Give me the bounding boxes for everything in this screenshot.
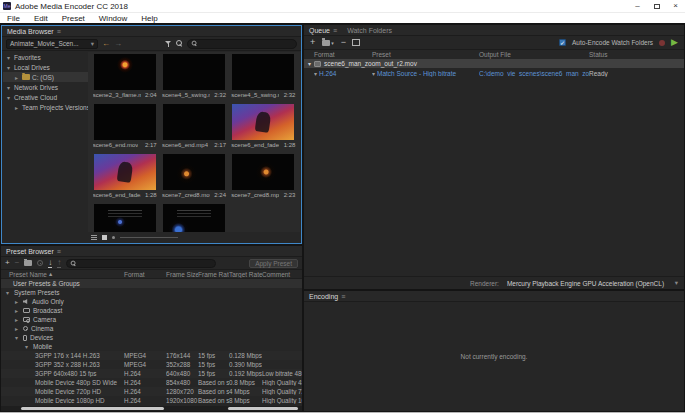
chevron-down-icon[interactable]	[372, 70, 375, 77]
col-target-rate[interactable]: Target Rate	[229, 271, 262, 278]
panel-menu-icon[interactable]	[57, 248, 61, 255]
new-group-icon[interactable]	[24, 260, 32, 266]
preset-row[interactable]: Mobile Device 480p SD Wide H.264 854x480…	[1, 378, 302, 387]
media-item[interactable]	[90, 204, 159, 232]
menu-window[interactable]: Window	[92, 14, 134, 23]
preset-category-audio-only[interactable]: Audio Only	[1, 297, 302, 306]
col-frame-rate[interactable]: Frame Rate	[198, 271, 229, 278]
tree-item-team-projects[interactable]: Team Projects Versions	[3, 102, 88, 112]
chevron-down-icon[interactable]	[6, 289, 11, 296]
chevron-right-icon[interactable]	[15, 307, 20, 314]
start-queue-button[interactable]	[671, 38, 678, 47]
stop-queue-button[interactable]	[659, 40, 665, 46]
queue-source-row[interactable]: scene6_man_zoom_out_r2.mov	[304, 59, 684, 68]
tab-media-browser[interactable]: Media Browser	[2, 26, 66, 37]
col-format[interactable]: Format	[124, 271, 166, 278]
preset-category-cinema[interactable]: Cinema	[1, 324, 302, 333]
tab-queue[interactable]: Queue	[304, 25, 342, 36]
job-preset-link[interactable]: Match Source - High bitrate	[377, 70, 456, 77]
close-button[interactable]: ×	[666, 0, 685, 12]
preset-row[interactable]: 3GPP 640x480 15 fps H.264 640x480 15 fps…	[1, 369, 302, 378]
panel-menu-icon[interactable]	[57, 28, 61, 35]
tree-item-network-drives[interactable]: Network Drives	[3, 82, 88, 92]
panel-menu-icon[interactable]	[341, 293, 345, 300]
job-output-link[interactable]: C:\demo_vie_scenes\scene6_man_zoom_out_r…	[479, 70, 589, 77]
chevron-down-icon[interactable]	[7, 94, 12, 101]
preset-search-input[interactable]	[79, 260, 212, 267]
media-item[interactable]: scene2_3_flame.mp42:04	[90, 54, 159, 104]
chevron-down-icon[interactable]	[7, 54, 12, 61]
zoom-icon[interactable]	[176, 40, 183, 47]
duplicate-button[interactable]	[353, 40, 359, 45]
chevron-down-icon[interactable]	[308, 60, 311, 67]
menu-edit[interactable]: Edit	[27, 14, 55, 23]
thumbnail-view-icon[interactable]	[102, 235, 107, 240]
chevron-down-icon[interactable]	[25, 343, 30, 350]
zoom-slider-handle[interactable]	[112, 236, 115, 239]
media-item[interactable]: scene6_end_fade.mov1:28	[229, 104, 298, 154]
media-item[interactable]: scene4_5_swing.mov2:32	[159, 54, 228, 104]
minimize-button[interactable]: –	[628, 0, 647, 12]
preset-row[interactable]: Mobile Device 1080p HD H.264 1920x1080 B…	[1, 396, 302, 405]
tree-item-local-drives[interactable]: Local Drives	[3, 62, 88, 72]
back-icon[interactable]	[102, 40, 110, 48]
preset-subcategory-mobile[interactable]: Mobile	[1, 342, 302, 351]
scrollbar-thumb[interactable]	[228, 407, 298, 410]
col-preset-name[interactable]: Preset Name	[9, 271, 47, 278]
tab-watch-folders[interactable]: Watch Folders	[342, 25, 397, 36]
chevron-down-icon[interactable]	[7, 64, 12, 71]
chevron-right-icon[interactable]	[15, 325, 20, 332]
renderer-dropdown[interactable]: Mercury Playback Engine GPU Acceleration…	[507, 279, 678, 287]
preset-settings-icon[interactable]	[37, 260, 43, 266]
maximize-button[interactable]	[647, 0, 666, 12]
media-item[interactable]: scene4_5_swing.mp42:32	[229, 54, 298, 104]
chevron-right-icon[interactable]	[15, 74, 20, 81]
add-preset-button[interactable]	[5, 259, 10, 267]
menu-file[interactable]: File	[0, 14, 27, 23]
menu-preset[interactable]: Preset	[55, 14, 92, 23]
forward-icon[interactable]	[114, 40, 122, 48]
tree-item-c-drive[interactable]: C: (OS)	[3, 72, 88, 82]
media-item[interactable]: scene7_cred8.mp42:23	[229, 154, 298, 204]
chevron-right-icon[interactable]	[15, 298, 20, 305]
tree-item-creative-cloud[interactable]: Creative Cloud	[3, 92, 88, 102]
col-comment[interactable]: Comment	[262, 271, 302, 278]
chevron-down-icon[interactable]	[7, 84, 12, 91]
chevron-right-icon[interactable]	[15, 104, 18, 111]
queue-job-row[interactable]: H.264 Match Source - High bitrate C:\dem…	[304, 68, 684, 78]
remove-source-button[interactable]	[341, 38, 346, 47]
auto-encode-checkbox[interactable]	[559, 39, 566, 46]
filter-icon[interactable]	[165, 40, 172, 47]
media-item[interactable]: scene6_end.mp42:17	[159, 104, 228, 154]
preset-row[interactable]: Mobile Device 720p HD H.264 1280x720 Bas…	[1, 387, 302, 396]
media-item[interactable]: scene6_end_fade.mp41:28	[90, 154, 159, 204]
scrollbar-thumb[interactable]	[21, 407, 164, 410]
list-view-icon[interactable]	[91, 235, 97, 240]
media-item[interactable]: scene6_end.mov2:17	[90, 104, 159, 154]
panel-menu-icon[interactable]	[333, 27, 337, 34]
col-frame-size[interactable]: Frame Size	[166, 271, 198, 278]
media-search-input[interactable]	[200, 40, 293, 47]
chevron-right-icon[interactable]	[15, 316, 20, 323]
tab-preset-browser[interactable]: Preset Browser	[1, 246, 66, 257]
preset-category-broadcast[interactable]: Broadcast	[1, 306, 302, 315]
apply-preset-button[interactable]: Apply Preset	[249, 259, 298, 268]
tree-item-favorites[interactable]: Favorites	[3, 52, 88, 62]
chevron-down-icon[interactable]	[314, 70, 317, 77]
export-preset-icon[interactable]	[57, 259, 61, 268]
preset-category-camera[interactable]: Camera	[1, 315, 302, 324]
media-item[interactable]: scene7_cred8.mov2:24	[159, 154, 228, 204]
tab-encoding[interactable]: Encoding	[304, 291, 350, 302]
preset-group-system[interactable]: System Presets	[1, 288, 302, 297]
chevron-down-icon[interactable]	[15, 334, 20, 341]
preset-category-devices[interactable]: Devices	[1, 333, 302, 342]
preset-row[interactable]: 3GPP 352 x 288 H.263 MPEG4 352x288 15 fp…	[1, 360, 302, 369]
job-format-link[interactable]: H.264	[319, 70, 336, 77]
horizontal-scrollbar[interactable]	[1, 406, 302, 411]
add-source-button[interactable]	[310, 38, 315, 47]
add-watch-folder-button[interactable]	[322, 40, 334, 46]
zoom-slider-track[interactable]	[120, 237, 178, 238]
preset-group-user[interactable]: User Presets & Groups	[1, 279, 302, 288]
location-dropdown[interactable]: Animate_Movie_Scen...	[6, 39, 98, 49]
media-item[interactable]	[159, 204, 228, 232]
